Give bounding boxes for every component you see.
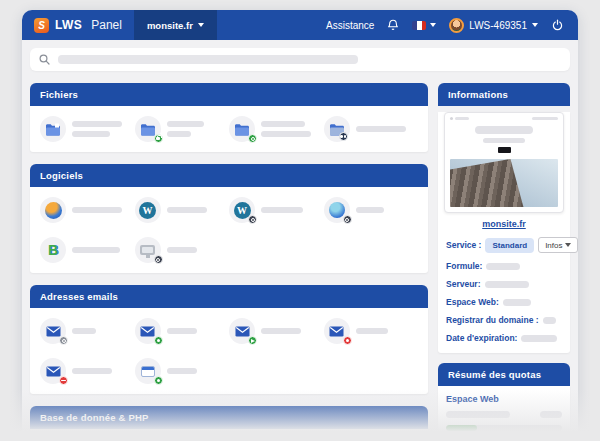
email-add-icon xyxy=(135,318,161,344)
b-app-icon: B xyxy=(40,237,66,263)
item-display-config[interactable] xyxy=(135,237,230,263)
item-webmail[interactable] xyxy=(135,358,230,384)
item-folder-sync[interactable] xyxy=(229,116,324,142)
section-title: Logiciels xyxy=(30,164,428,187)
service-label: Service : xyxy=(446,240,481,250)
content: Fichiers xyxy=(22,79,578,441)
brand: S LWS Panel xyxy=(22,18,134,33)
section-base-de-donnee-php: Base de donnée & PHP xyxy=(30,406,428,441)
quotas-panel: Résumé des quotas Espace Web xyxy=(438,363,570,441)
service-row: Service : Standard Infos xyxy=(446,237,562,253)
item-b-app[interactable]: B xyxy=(40,237,135,263)
item-wordpress-manage[interactable]: W xyxy=(229,197,324,223)
wordpress-icon: W xyxy=(135,197,161,223)
item-email-forward[interactable] xyxy=(229,318,324,344)
site-tab-label: monsite.fr xyxy=(147,20,193,31)
detail-row-formule: Formule: xyxy=(446,261,562,271)
email-forward-icon xyxy=(229,318,255,344)
site-link[interactable]: monsite.fr xyxy=(438,219,570,229)
item-email-block[interactable] xyxy=(40,358,135,384)
email-settings-icon xyxy=(40,318,66,344)
preview-cta-button xyxy=(498,147,511,153)
chevron-down-icon xyxy=(565,243,571,247)
power-icon[interactable] xyxy=(551,19,564,32)
main-column: Fichiers xyxy=(30,83,428,441)
search-bar[interactable] xyxy=(30,48,570,71)
detail-row-serveur: Serveur: xyxy=(446,279,562,289)
detail-row-expiration: Date d'expiration: xyxy=(446,333,562,343)
chevron-down-icon xyxy=(430,23,436,27)
flag-fr-icon xyxy=(412,21,426,30)
topbar-actions: Assistance LWS-469351 xyxy=(326,18,578,33)
service-badge[interactable]: Standard xyxy=(485,238,534,253)
section-title: Fichiers xyxy=(30,83,428,106)
section-logiciels: Logiciels W W xyxy=(30,164,428,273)
account-id: LWS-469351 xyxy=(469,20,527,31)
folder-sync-icon xyxy=(229,116,255,142)
item-database[interactable] xyxy=(229,437,324,441)
item-email-pin[interactable] xyxy=(324,318,419,344)
item-wordpress[interactable]: W xyxy=(135,197,230,223)
wordpress-settings-icon: W xyxy=(229,197,255,223)
item-database[interactable] xyxy=(324,437,419,441)
search-icon xyxy=(39,54,50,65)
software-settings-icon xyxy=(324,197,350,223)
email-pin-icon xyxy=(324,318,350,344)
display-settings-icon xyxy=(135,237,161,263)
apps-installer-icon xyxy=(40,197,66,223)
item-database[interactable] xyxy=(135,437,230,441)
site-details: Service : Standard Infos Formule: xyxy=(438,237,570,353)
chevron-down-icon xyxy=(198,23,204,27)
quota-espace-web-label: Espace Web xyxy=(446,394,562,404)
folder-lock-icon xyxy=(135,116,161,142)
chevron-down-icon xyxy=(532,23,538,27)
item-auto-installer[interactable] xyxy=(40,197,135,223)
topbar: S LWS Panel monsite.fr Assistance LWS-46… xyxy=(22,10,578,40)
item-database[interactable] xyxy=(40,437,135,441)
brand-suffix: Panel xyxy=(91,18,122,32)
site-tab[interactable]: monsite.fr xyxy=(134,10,217,40)
panel-window: S LWS Panel monsite.fr Assistance LWS-46… xyxy=(22,10,578,441)
sidebar: Informations xyxy=(438,83,570,441)
section-adresses-emails: Adresses emails xyxy=(30,285,428,394)
espace-web-progressbar xyxy=(446,425,562,431)
brand-name: LWS xyxy=(55,18,82,32)
site-screenshot xyxy=(450,159,558,207)
faded-icon xyxy=(229,437,251,441)
informations-title: Informations xyxy=(438,83,570,106)
detail-row-registrar: Registrar du domaine : xyxy=(446,315,562,325)
item-email-add[interactable] xyxy=(135,318,230,344)
item-email-settings[interactable] xyxy=(40,318,135,344)
item-folder-shared[interactable] xyxy=(324,116,419,142)
assistance-link[interactable]: Assistance xyxy=(326,20,374,31)
site-preview[interactable] xyxy=(444,112,564,213)
quotas-title: Résumé des quotas xyxy=(438,363,570,386)
bell-icon[interactable] xyxy=(387,19,399,32)
infos-button[interactable]: Infos xyxy=(538,237,578,253)
faded-icon xyxy=(40,437,62,441)
detail-row-espace-web: Espace Web: xyxy=(446,297,562,307)
section-title: Adresses emails xyxy=(30,285,428,308)
item-software-manage[interactable] xyxy=(324,197,419,223)
search-placeholder-skeleton xyxy=(58,55,358,64)
avatar xyxy=(449,18,464,33)
section-title: Base de donnée & PHP xyxy=(30,406,428,429)
informations-panel: Informations xyxy=(438,83,570,353)
webmail-icon xyxy=(135,358,161,384)
folder-users-icon xyxy=(324,116,350,142)
item-folder-manager[interactable] xyxy=(40,116,135,142)
faded-icon xyxy=(135,437,157,441)
account-menu[interactable]: LWS-469351 xyxy=(449,18,538,33)
lws-logo-icon: S xyxy=(34,18,49,33)
email-block-icon xyxy=(40,358,66,384)
faded-icon xyxy=(324,437,346,441)
folder-icon xyxy=(40,116,66,142)
section-fichiers: Fichiers xyxy=(30,83,428,152)
item-folder-protected[interactable] xyxy=(135,116,230,142)
language-selector[interactable] xyxy=(412,21,436,30)
